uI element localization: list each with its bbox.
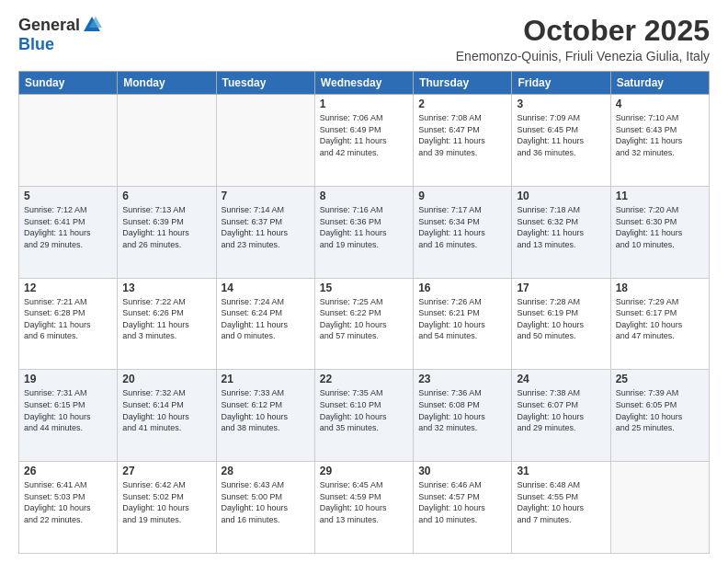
table-row: 25Sunrise: 7:39 AM Sunset: 6:05 PM Dayli… — [610, 370, 709, 462]
day-number: 3 — [517, 98, 605, 110]
table-row: 15Sunrise: 7:25 AM Sunset: 6:22 PM Dayli… — [314, 278, 413, 370]
day-info: Sunrise: 7:24 AM Sunset: 6:24 PM Dayligh… — [222, 296, 310, 342]
day-number: 21 — [222, 373, 310, 385]
day-number: 31 — [517, 465, 605, 477]
col-friday: Friday — [512, 72, 610, 95]
day-info: Sunrise: 7:39 AM Sunset: 6:05 PM Dayligh… — [616, 387, 704, 433]
day-number: 2 — [418, 98, 506, 110]
table-row: 14Sunrise: 7:24 AM Sunset: 6:24 PM Dayli… — [216, 278, 314, 370]
day-number: 8 — [320, 190, 408, 202]
col-wednesday: Wednesday — [314, 72, 413, 95]
table-row: 13Sunrise: 7:22 AM Sunset: 6:26 PM Dayli… — [118, 278, 216, 370]
day-number: 24 — [517, 373, 605, 385]
table-row: 23Sunrise: 7:36 AM Sunset: 6:08 PM Dayli… — [414, 370, 512, 462]
day-info: Sunrise: 7:35 AM Sunset: 6:10 PM Dayligh… — [320, 387, 408, 433]
day-number: 6 — [122, 190, 210, 202]
col-monday: Monday — [118, 72, 216, 95]
day-info: Sunrise: 7:22 AM Sunset: 6:26 PM Dayligh… — [122, 296, 210, 342]
calendar-week-row: 12Sunrise: 7:21 AM Sunset: 6:28 PM Dayli… — [19, 278, 710, 370]
table-row: 21Sunrise: 7:33 AM Sunset: 6:12 PM Dayli… — [216, 370, 314, 462]
header: General Blue October 2025 Enemonzo-Quini… — [18, 15, 710, 63]
logo-icon — [82, 15, 102, 35]
table-row: 3Sunrise: 7:09 AM Sunset: 6:45 PM Daylig… — [512, 95, 610, 187]
table-row: 12Sunrise: 7:21 AM Sunset: 6:28 PM Dayli… — [19, 278, 118, 370]
table-row: 7Sunrise: 7:14 AM Sunset: 6:37 PM Daylig… — [216, 186, 314, 278]
main-title: October 2025 — [456, 15, 710, 47]
table-row: 20Sunrise: 7:32 AM Sunset: 6:14 PM Dayli… — [118, 370, 216, 462]
table-row: 18Sunrise: 7:29 AM Sunset: 6:17 PM Dayli… — [610, 278, 709, 370]
day-number: 12 — [24, 282, 112, 294]
day-number: 20 — [122, 373, 210, 385]
table-row — [610, 462, 709, 554]
table-row: 4Sunrise: 7:10 AM Sunset: 6:43 PM Daylig… — [610, 95, 709, 187]
table-row: 30Sunrise: 6:46 AM Sunset: 4:57 PM Dayli… — [414, 462, 512, 554]
day-info: Sunrise: 7:16 AM Sunset: 6:36 PM Dayligh… — [320, 204, 408, 250]
table-row: 2Sunrise: 7:08 AM Sunset: 6:47 PM Daylig… — [414, 95, 512, 187]
table-row: 29Sunrise: 6:45 AM Sunset: 4:59 PM Dayli… — [314, 462, 413, 554]
day-number: 7 — [222, 190, 310, 202]
table-row: 31Sunrise: 6:48 AM Sunset: 4:55 PM Dayli… — [512, 462, 610, 554]
table-row: 5Sunrise: 7:12 AM Sunset: 6:41 PM Daylig… — [19, 186, 118, 278]
calendar-header-row: Sunday Monday Tuesday Wednesday Thursday… — [19, 72, 710, 95]
day-info: Sunrise: 7:31 AM Sunset: 6:15 PM Dayligh… — [24, 387, 112, 433]
day-number: 28 — [222, 465, 310, 477]
table-row — [19, 95, 118, 187]
day-number: 26 — [24, 465, 112, 477]
day-info: Sunrise: 6:43 AM Sunset: 5:00 PM Dayligh… — [222, 479, 310, 525]
day-info: Sunrise: 7:20 AM Sunset: 6:30 PM Dayligh… — [616, 204, 704, 250]
day-number: 11 — [616, 190, 704, 202]
col-saturday: Saturday — [610, 72, 709, 95]
table-row: 17Sunrise: 7:28 AM Sunset: 6:19 PM Dayli… — [512, 278, 610, 370]
col-tuesday: Tuesday — [216, 72, 314, 95]
day-number: 5 — [24, 190, 112, 202]
table-row: 27Sunrise: 6:42 AM Sunset: 5:02 PM Dayli… — [118, 462, 216, 554]
day-info: Sunrise: 7:06 AM Sunset: 6:49 PM Dayligh… — [320, 112, 408, 158]
table-row: 8Sunrise: 7:16 AM Sunset: 6:36 PM Daylig… — [314, 186, 413, 278]
day-info: Sunrise: 7:38 AM Sunset: 6:07 PM Dayligh… — [517, 387, 605, 433]
calendar-week-row: 5Sunrise: 7:12 AM Sunset: 6:41 PM Daylig… — [19, 186, 710, 278]
table-row — [216, 95, 314, 187]
table-row: 9Sunrise: 7:17 AM Sunset: 6:34 PM Daylig… — [414, 186, 512, 278]
table-row: 6Sunrise: 7:13 AM Sunset: 6:39 PM Daylig… — [118, 186, 216, 278]
table-row: 16Sunrise: 7:26 AM Sunset: 6:21 PM Dayli… — [414, 278, 512, 370]
day-number: 19 — [24, 373, 112, 385]
day-number: 15 — [320, 282, 408, 294]
table-row: 24Sunrise: 7:38 AM Sunset: 6:07 PM Dayli… — [512, 370, 610, 462]
day-info: Sunrise: 6:41 AM Sunset: 5:03 PM Dayligh… — [24, 479, 112, 525]
day-number: 16 — [418, 282, 506, 294]
day-info: Sunrise: 6:46 AM Sunset: 4:57 PM Dayligh… — [418, 479, 506, 525]
day-info: Sunrise: 6:48 AM Sunset: 4:55 PM Dayligh… — [517, 479, 605, 525]
col-sunday: Sunday — [19, 72, 118, 95]
day-info: Sunrise: 7:13 AM Sunset: 6:39 PM Dayligh… — [122, 204, 210, 250]
day-info: Sunrise: 7:18 AM Sunset: 6:32 PM Dayligh… — [517, 204, 605, 250]
day-info: Sunrise: 6:45 AM Sunset: 4:59 PM Dayligh… — [320, 479, 408, 525]
day-number: 30 — [418, 465, 506, 477]
subtitle: Enemonzo-Quinis, Friuli Venezia Giulia, … — [456, 49, 710, 63]
day-info: Sunrise: 7:29 AM Sunset: 6:17 PM Dayligh… — [616, 296, 704, 342]
title-section: October 2025 Enemonzo-Quinis, Friuli Ven… — [456, 15, 710, 63]
col-thursday: Thursday — [414, 72, 512, 95]
day-number: 4 — [616, 98, 704, 110]
table-row — [118, 95, 216, 187]
table-row: 22Sunrise: 7:35 AM Sunset: 6:10 PM Dayli… — [314, 370, 413, 462]
day-info: Sunrise: 7:08 AM Sunset: 6:47 PM Dayligh… — [418, 112, 506, 158]
day-info: Sunrise: 7:32 AM Sunset: 6:14 PM Dayligh… — [122, 387, 210, 433]
day-number: 23 — [418, 373, 506, 385]
table-row: 10Sunrise: 7:18 AM Sunset: 6:32 PM Dayli… — [512, 186, 610, 278]
day-number: 14 — [222, 282, 310, 294]
calendar-table: Sunday Monday Tuesday Wednesday Thursday… — [18, 71, 710, 554]
table-row: 28Sunrise: 6:43 AM Sunset: 5:00 PM Dayli… — [216, 462, 314, 554]
day-info: Sunrise: 7:36 AM Sunset: 6:08 PM Dayligh… — [418, 387, 506, 433]
calendar-week-row: 19Sunrise: 7:31 AM Sunset: 6:15 PM Dayli… — [19, 370, 710, 462]
table-row: 26Sunrise: 6:41 AM Sunset: 5:03 PM Dayli… — [19, 462, 118, 554]
day-info: Sunrise: 7:10 AM Sunset: 6:43 PM Dayligh… — [616, 112, 704, 158]
day-info: Sunrise: 7:25 AM Sunset: 6:22 PM Dayligh… — [320, 296, 408, 342]
calendar-week-row: 1Sunrise: 7:06 AM Sunset: 6:49 PM Daylig… — [19, 95, 710, 187]
table-row: 1Sunrise: 7:06 AM Sunset: 6:49 PM Daylig… — [314, 95, 413, 187]
calendar-week-row: 26Sunrise: 6:41 AM Sunset: 5:03 PM Dayli… — [19, 462, 710, 554]
day-info: Sunrise: 7:12 AM Sunset: 6:41 PM Dayligh… — [24, 204, 112, 250]
day-info: Sunrise: 6:42 AM Sunset: 5:02 PM Dayligh… — [122, 479, 210, 525]
day-number: 29 — [320, 465, 408, 477]
day-info: Sunrise: 7:26 AM Sunset: 6:21 PM Dayligh… — [418, 296, 506, 342]
day-number: 25 — [616, 373, 704, 385]
